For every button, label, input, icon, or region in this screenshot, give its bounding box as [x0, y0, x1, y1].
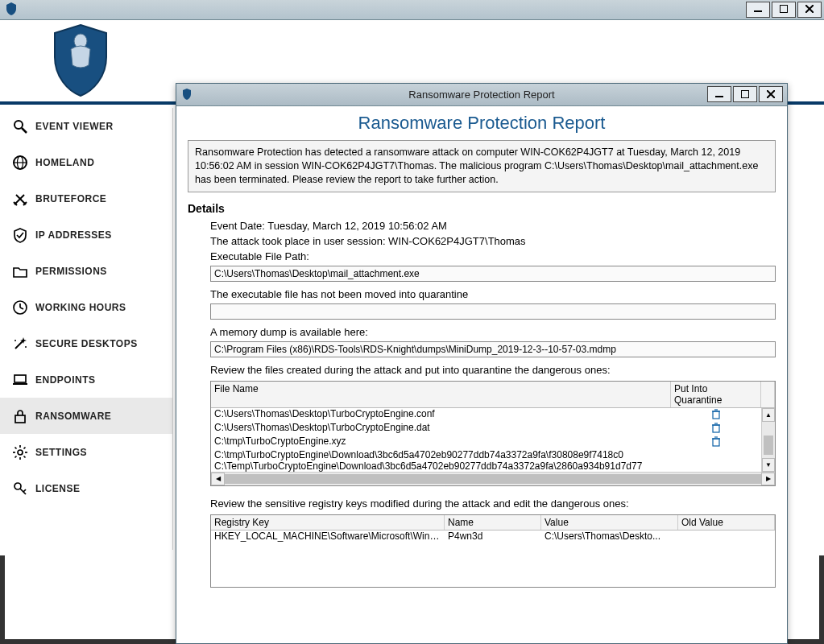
report-alert-box: Ransomware Protection has detected a ran…	[188, 140, 776, 192]
sidebar-item-ip-addresses[interactable]: IP ADDRESSES	[0, 217, 172, 253]
quarantine-button[interactable]	[671, 436, 761, 449]
table-row[interactable]: C:\Users\Thomas\Desktop\TurboCryptoEngin…	[211, 408, 761, 422]
svg-point-32	[14, 483, 21, 489]
svg-line-34	[23, 489, 26, 492]
minimize-icon	[754, 5, 762, 14]
quarantine-cell-empty	[671, 460, 761, 472]
main-titlebar[interactable]	[0, 0, 824, 20]
report-window-title: Ransomware Protection Report	[408, 89, 554, 101]
reg-col-key[interactable]: Registry Key	[211, 515, 445, 530]
sidebar-item-permissions[interactable]: PERMISSIONS	[0, 253, 172, 289]
report-minimize-button[interactable]	[707, 86, 731, 102]
svg-rect-35	[715, 96, 723, 97]
scroll-up-icon[interactable]: ▲	[762, 408, 775, 422]
svg-rect-22	[15, 415, 25, 423]
minimize-icon	[715, 89, 723, 101]
svg-line-29	[24, 456, 26, 457]
file-table: File Name Put Into Quarantine C:\Users\T…	[210, 381, 776, 486]
search-icon	[10, 118, 31, 134]
quarantine-button[interactable]	[671, 408, 761, 422]
sidebar-item-label: ENDPOINTS	[35, 374, 96, 386]
sidebar-item-homeland[interactable]: HOMELAND	[0, 144, 172, 180]
wand-icon	[10, 336, 31, 352]
sidebar-item-working-hours[interactable]: WORKING HOURS	[0, 289, 172, 325]
file-table-scrollbar-v[interactable]: ▲ ▼	[761, 408, 775, 472]
shield-icon	[181, 88, 193, 103]
svg-line-31	[24, 447, 26, 448]
exe-path-field[interactable]: C:\Users\Thomas\Desktop\mail_attachment.…	[210, 266, 776, 282]
sidebar-item-endpoints[interactable]: ENDPOINTS	[0, 361, 172, 398]
quarantine-status-label: The executable file has not been moved i…	[210, 288, 776, 300]
lock-icon	[10, 408, 31, 424]
close-icon	[805, 5, 814, 14]
main-minimize-button[interactable]	[746, 2, 770, 18]
file-name-cell: C:\Users\Thomas\Desktop\TurboCryptoEngin…	[211, 408, 671, 422]
files-review-label: Review the files created during the atta…	[210, 364, 776, 376]
table-row[interactable]: HKEY_LOCAL_MACHINE\Software\Microsoft\Wi…	[211, 530, 775, 542]
file-table-scroll-col	[761, 382, 775, 407]
file-name-cell: C:\Users\Thomas\Desktop\TurboCryptoEngin…	[211, 422, 671, 436]
file-table-scrollbar-h[interactable]: ◀ ▶	[211, 472, 775, 485]
svg-point-19	[25, 346, 27, 348]
reg-table-body[interactable]: HKEY_LOCAL_MACHINE\Software\Microsoft\Wi…	[211, 530, 775, 587]
report-close-button[interactable]	[759, 86, 783, 102]
svg-point-18	[14, 340, 16, 341]
globe-icon	[10, 155, 31, 171]
shield-icon	[5, 2, 18, 19]
dump-label: A memory dump is available here:	[210, 326, 776, 338]
scrollbar-thumb[interactable]	[225, 474, 761, 484]
scrollbar-thumb[interactable]	[764, 436, 773, 455]
file-table-body[interactable]: C:\Users\Thomas\Desktop\TurboCryptoEngin…	[211, 408, 775, 472]
file-table-col-name[interactable]: File Name	[211, 382, 671, 407]
key-icon	[10, 481, 31, 497]
sidebar-item-license[interactable]: LICENSE	[0, 470, 172, 506]
file-name-cell: C:\tmp\TurboCryptoEngine.xyz	[211, 436, 671, 449]
report-window: Ransomware Protection Report Ransomware …	[176, 83, 788, 644]
table-row[interactable]: C:\Users\Thomas\Desktop\TurboCryptoEngin…	[211, 422, 761, 436]
file-table-col-quarantine[interactable]: Put Into Quarantine	[671, 382, 761, 407]
table-row[interactable]: C:\tmp\TurboCryptoEngine\Download\3bc6d5…	[211, 449, 761, 460]
shield-check-icon	[10, 227, 31, 243]
main-maximize-button[interactable]	[772, 2, 796, 18]
quarantine-cell-empty	[671, 449, 761, 460]
sidebar-item-ransomware[interactable]: RANSOMWARE	[0, 398, 172, 434]
sidebar-item-event-viewer[interactable]: EVENT VIEWER	[0, 108, 172, 144]
svg-rect-36	[741, 90, 749, 98]
scroll-down-icon[interactable]: ▼	[762, 458, 775, 472]
svg-line-6	[22, 128, 27, 133]
registry-table: Registry Key Name Value Old Value HKEY_L…	[210, 514, 776, 588]
quarantine-path-field[interactable]	[210, 303, 776, 320]
sidebar-item-label: IP ADDRESSES	[35, 229, 112, 241]
main-close-button[interactable]	[797, 2, 822, 18]
registry-review-label: Review the sensitive registry keys modif…	[210, 497, 776, 510]
reg-col-value[interactable]: Value	[541, 515, 678, 530]
sidebar-item-settings[interactable]: SETTINGS	[0, 434, 172, 470]
report-body: Ransomware Protection Report Ransomware …	[176, 106, 787, 643]
svg-line-30	[15, 456, 17, 457]
report-heading: Ransomware Protection Report	[188, 113, 776, 134]
details-heading: Details	[188, 202, 776, 215]
maximize-icon	[741, 89, 749, 101]
quarantine-button[interactable]	[671, 422, 761, 436]
reg-value-cell: C:\Users\Thomas\Deskto...	[541, 530, 678, 542]
clock-icon	[10, 299, 31, 316]
sidebar-item-label: HOMELAND	[35, 157, 94, 168]
sidebar-item-label: SETTINGS	[35, 447, 87, 458]
table-row[interactable]: C:\Temp\TurboCryptoEngine\Download\3bc6d…	[211, 460, 761, 472]
sidebar-item-secure-desktops[interactable]: SECURE DESKTOPS	[0, 325, 172, 361]
svg-rect-0	[754, 10, 762, 12]
svg-line-11	[16, 195, 26, 204]
svg-line-17	[15, 341, 23, 349]
reg-col-name[interactable]: Name	[445, 515, 541, 530]
table-row[interactable]: C:\tmp\TurboCryptoEngine.xyz	[211, 436, 761, 449]
report-titlebar[interactable]: Ransomware Protection Report	[176, 84, 787, 106]
svg-point-23	[18, 450, 23, 455]
scroll-right-icon[interactable]: ▶	[761, 473, 775, 485]
report-maximize-button[interactable]	[733, 86, 757, 102]
sidebar-item-bruteforce[interactable]: BRUTEFORCE	[0, 180, 172, 217]
app-logo-shield-icon	[48, 22, 113, 101]
dump-path-field[interactable]: C:\Program Files (x86)\RDS-Tools\RDS-Kni…	[210, 341, 776, 357]
scroll-left-icon[interactable]: ◀	[211, 473, 225, 485]
reg-col-old[interactable]: Old Value	[678, 515, 775, 530]
swords-icon	[10, 191, 31, 207]
